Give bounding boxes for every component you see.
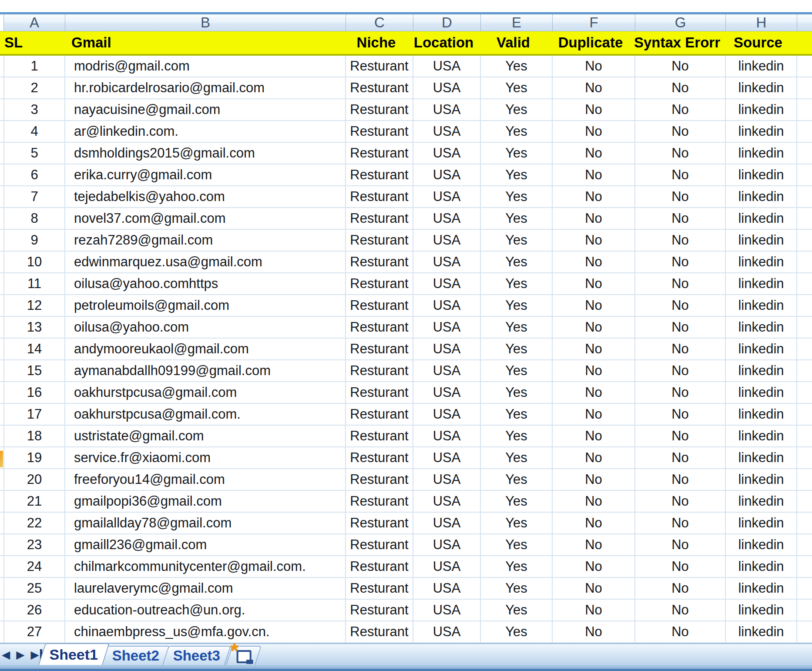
cell[interactable]: No (553, 273, 635, 294)
cell[interactable]: USA (413, 99, 481, 120)
cell[interactable]: Yes (481, 534, 553, 555)
cell[interactable]: Yes (481, 164, 553, 185)
cell[interactable]: chilmarkcommunitycenter@gmail.com. (65, 556, 346, 577)
cell[interactable]: linkedin (726, 491, 797, 512)
cell[interactable]: No (553, 578, 635, 599)
cell[interactable]: education-outreach@un.org. (65, 600, 346, 621)
cell[interactable]: 7 (3, 186, 65, 207)
cell[interactable]: 20 (3, 469, 65, 490)
header-cell-location[interactable]: Location (410, 31, 477, 54)
cell[interactable]: Resturant (346, 339, 413, 359)
cell[interactable]: No (553, 534, 635, 555)
cell[interactable]: hr.robicardelrosario@gmail.com (65, 77, 346, 98)
cell[interactable]: No (635, 491, 726, 512)
cell[interactable]: Yes (481, 77, 553, 98)
cell[interactable]: No (635, 295, 726, 316)
cell[interactable]: Resturant (346, 252, 413, 272)
cell[interactable]: Resturant (346, 404, 413, 425)
cell[interactable]: No (553, 164, 635, 185)
cell[interactable]: Resturant (346, 143, 413, 164)
cell[interactable]: No (635, 600, 726, 621)
cell[interactable]: linkedin (726, 273, 797, 294)
cell[interactable]: Resturant (346, 513, 413, 533)
cell[interactable]: No (553, 208, 635, 229)
cell[interactable]: linkedin (726, 99, 797, 120)
cell[interactable]: No (635, 208, 726, 229)
cell[interactable]: No (553, 556, 635, 577)
cell[interactable]: oilusa@yahoo.comhttps (65, 273, 346, 294)
cell[interactable]: No (635, 404, 726, 425)
cell[interactable]: 22 (3, 513, 65, 533)
cell[interactable]: USA (413, 513, 481, 533)
cell[interactable]: Resturant (346, 121, 413, 142)
cell[interactable]: No (635, 382, 726, 403)
cell[interactable]: No (553, 469, 635, 490)
cell[interactable]: linkedin (726, 469, 797, 490)
cell[interactable]: ar@linkedin.com. (65, 121, 346, 142)
cell[interactable]: linkedin (726, 77, 797, 98)
cell[interactable]: Yes (481, 186, 553, 207)
header-cell-source[interactable]: Source (722, 31, 794, 54)
header-cell-valid[interactable]: Valid (477, 31, 549, 54)
cell[interactable]: gmailpopi36@gmail.com (65, 491, 346, 512)
cell[interactable]: Resturant (346, 600, 413, 621)
cell[interactable]: Resturant (346, 186, 413, 207)
cell[interactable]: Resturant (346, 56, 413, 77)
cell[interactable]: 23 (3, 534, 65, 555)
cell[interactable]: USA (413, 186, 481, 207)
cell[interactable]: Resturant (346, 382, 413, 403)
cell[interactable]: 2 (3, 77, 65, 98)
cell[interactable]: No (553, 339, 635, 359)
cell[interactable]: linkedin (726, 556, 797, 577)
cell[interactable]: 15 (3, 360, 65, 381)
cell[interactable]: 18 (3, 426, 65, 446)
cell[interactable]: Yes (481, 56, 553, 77)
column-header-C[interactable]: C (346, 14, 413, 31)
cell[interactable]: linkedin (726, 534, 797, 555)
cell[interactable]: linkedin (726, 317, 797, 338)
cell[interactable]: No (635, 447, 726, 468)
cell[interactable]: No (635, 317, 726, 338)
cell[interactable]: oakhurstpcusa@gmail.com (65, 382, 346, 403)
tab-sheet1[interactable]: Sheet1 (38, 643, 110, 665)
column-header-E[interactable]: E (481, 14, 553, 31)
cell[interactable]: Yes (481, 208, 553, 229)
cell[interactable]: chinaembpress_us@mfa.gov.cn. (65, 621, 346, 642)
cell[interactable]: No (635, 426, 726, 446)
cell[interactable]: USA (413, 382, 481, 403)
cell[interactable]: 24 (3, 556, 65, 577)
cell[interactable]: linkedin (726, 295, 797, 316)
cell[interactable]: linkedin (726, 578, 797, 599)
cell[interactable]: No (553, 491, 635, 512)
cell[interactable]: novel37.com@gmail.com (65, 208, 346, 229)
cell[interactable]: Resturant (346, 469, 413, 490)
cell[interactable]: Yes (481, 230, 553, 251)
cell[interactable]: Yes (481, 578, 553, 599)
cell[interactable]: 25 (3, 578, 65, 599)
cell[interactable]: 12 (3, 295, 65, 316)
cell[interactable]: 27 (3, 621, 65, 642)
cell[interactable]: Resturant (346, 426, 413, 446)
tab-sheet2[interactable]: Sheet2 (101, 646, 170, 665)
cell[interactable]: linkedin (726, 382, 797, 403)
cell[interactable]: No (553, 360, 635, 381)
cell[interactable]: tejedabelkis@yahoo.com (65, 186, 346, 207)
cell[interactable]: No (635, 230, 726, 251)
header-cell-gmail[interactable]: Gmail (62, 31, 342, 54)
column-header-H[interactable]: H (726, 14, 797, 31)
cell[interactable]: USA (413, 426, 481, 446)
cell[interactable]: USA (413, 491, 481, 512)
cell[interactable]: USA (413, 404, 481, 425)
cell[interactable]: service.fr@xiaomi.com (65, 447, 346, 468)
cell[interactable]: erika.curry@gmail.com (65, 164, 346, 185)
cell[interactable]: Yes (481, 404, 553, 425)
cell[interactable]: No (553, 295, 635, 316)
cell[interactable]: Resturant (346, 208, 413, 229)
cell[interactable]: Yes (481, 621, 553, 642)
cell[interactable]: USA (413, 469, 481, 490)
cell[interactable]: No (553, 404, 635, 425)
cell[interactable]: Resturant (346, 360, 413, 381)
column-header-B[interactable]: B (65, 14, 346, 31)
cell[interactable]: No (635, 121, 726, 142)
cell[interactable]: USA (413, 317, 481, 338)
